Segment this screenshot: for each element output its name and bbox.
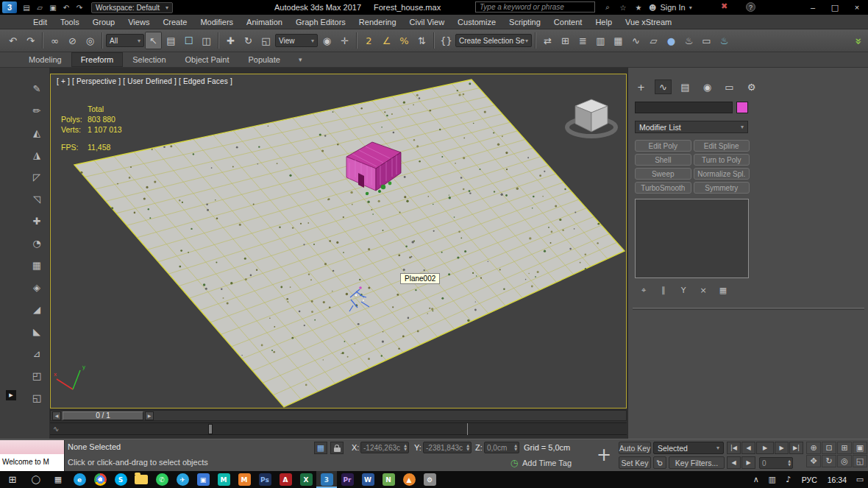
tray-volume-icon[interactable]: ♪ [780,471,797,488]
motion-tab[interactable]: ◉ [699,79,716,94]
pin-stack-icon[interactable]: ⌖ [637,284,650,296]
viewport-label[interactable]: [ + ] [ Perspective ] [ User Defined ] [… [57,77,232,85]
taskbar-3dsmax-icon[interactable]: 3 [316,471,337,488]
solve-surface-icon[interactable]: ◣ [28,322,46,340]
taskbar-settings-icon[interactable]: ⚙ [419,471,440,488]
modifier-button-edit-spline[interactable]: Edit Spline [694,140,750,152]
select-object-icon[interactable]: ↖ [145,32,162,49]
taskbar-chrome-icon[interactable] [90,471,110,488]
key-mode-icon[interactable]: ♀ [653,456,666,469]
show-end-result-icon[interactable]: ∥ [657,284,670,296]
modifier-button-edit-poly[interactable]: Edit Poly [635,140,691,152]
z-coordinate-field[interactable]: ▲▼ [484,442,519,453]
taskbar-excel-icon[interactable]: X [296,471,316,488]
modifier-button-turn-to-poly[interactable]: Turn to Poly [694,154,750,166]
selection-filter-combo[interactable]: All▾ [106,34,144,47]
previous-frame-icon[interactable]: ◀ [741,442,755,454]
polydraw-icon[interactable]: ✎ [28,79,46,97]
percent-snap-icon[interactable]: % [396,32,413,49]
menu-create[interactable]: Create [156,15,193,29]
menu-customize[interactable]: Customize [451,15,502,29]
sign-in-button[interactable]: ☻ Sign In ▾ [649,0,692,15]
spinner-icon[interactable]: ▲▼ [788,459,791,467]
modifier-list-dropdown[interactable]: Modifier List ▾ [635,121,748,133]
taskbar-search-icon[interactable]: ◯ [25,471,47,488]
use-center-icon[interactable]: ◉ [319,32,335,49]
named-selection-combo[interactable]: Create Selection Se▾ [455,34,532,47]
track-bar[interactable]: ∿ [50,422,627,435]
display-tab[interactable]: ▭ [721,79,738,94]
select-manipulate-icon[interactable]: ✛ [336,32,353,49]
spinner-icon[interactable]: ▲▼ [466,444,469,451]
next-frame-icon[interactable]: ▶ [775,442,789,454]
y-coordinate-field[interactable]: ▲▼ [423,442,472,453]
shapes-icon[interactable]: ◮ [28,146,46,163]
reference-coordinate-combo[interactable]: View▾ [275,34,318,47]
x-coordinate-field[interactable]: ▲▼ [360,442,409,453]
conform-icon[interactable]: ◸ [28,168,46,185]
app-logo-icon[interactable]: 3 [2,1,17,13]
select-scale-icon[interactable]: ◱ [257,32,274,49]
object-color-swatch[interactable] [736,102,748,113]
object-name-field[interactable] [635,102,733,113]
menu-vue-xstream[interactable]: Vue xStream [619,15,678,29]
taskbar-mudbox-icon[interactable]: M [234,471,255,488]
listener-pane[interactable]: Welcome to M [0,454,64,471]
edit-named-selection-icon[interactable]: {} [438,32,455,49]
next-frame-arrow-icon[interactable]: ▶ [145,411,154,420]
drag-icon[interactable]: ⊿ [28,344,46,362]
fov-icon[interactable]: ◎ [837,455,852,467]
menu-graph-editors[interactable]: Graph Editors [289,15,352,29]
unlink-icon[interactable]: ⊘ [64,32,81,49]
x-coordinate-input[interactable] [361,444,404,452]
menu-tools[interactable]: Tools [54,15,86,29]
maximize-viewport-icon[interactable]: ◱ [853,455,867,467]
pinch-icon[interactable]: ◱ [28,389,46,406]
topology-icon[interactable]: ◈ [28,278,46,296]
go-to-start-icon[interactable]: |◀ [727,442,741,454]
taskbar-photos-icon[interactable]: ▣ [193,471,213,488]
mini-curve-editor-icon[interactable]: ∿ [53,425,59,433]
menu-edit[interactable]: Edit [26,15,54,29]
scene-explorer-icon[interactable]: ▥ [592,32,609,49]
action-center-icon[interactable]: ▭ [852,471,868,488]
current-frame-input[interactable] [760,459,788,467]
select-move-icon[interactable]: ✚ [222,32,239,49]
modifier-stack[interactable] [635,199,749,278]
pan-icon[interactable]: ✥ [806,455,821,467]
help-icon[interactable]: ? [746,2,755,12]
play-icon[interactable]: ▶ [756,442,774,454]
menu-civil-view[interactable]: Civil View [403,15,451,29]
modify-tab[interactable]: ∿ [655,79,672,94]
previous-frame-arrow-icon[interactable]: ◀ [52,411,61,420]
zoom-region-icon[interactable]: ⊡ [822,442,836,454]
new-scene-icon[interactable]: ▤ [21,1,32,13]
tab-object-paint[interactable]: Object Paint [176,52,239,67]
undo-icon[interactable]: ↶ [60,1,72,13]
perspective-viewport[interactable]: x y [ + ] [ Perspective ] [ User Defined… [50,74,627,409]
orbit-icon[interactable]: ↻ [822,455,836,467]
community-star-icon[interactable]: ★ [633,1,644,13]
go-to-end-icon[interactable]: ▶| [789,442,803,454]
modifier-button-turbosmooth[interactable]: TurboSmooth [635,182,691,194]
maximize-button[interactable]: □ [824,0,846,15]
spinner-icon[interactable]: ▲▼ [514,444,517,451]
selection-lock-toggle[interactable] [330,442,344,454]
bind-spacewarp-icon[interactable]: ◎ [82,32,99,49]
remove-modifier-icon[interactable]: × [697,284,710,296]
menu-group[interactable]: Group [86,15,122,29]
zoom-extents-all-icon[interactable]: ▣ [853,442,867,454]
redo-icon[interactable]: ↷ [74,1,85,13]
undo-icon[interactable]: ↶ [4,32,21,49]
material-editor-icon[interactable]: ● [663,32,680,49]
taskbar-telegram-icon[interactable]: ✈ [172,471,193,488]
rendered-frame-icon[interactable]: ▭ [698,32,715,49]
maxscript-mini-listener[interactable]: Welcome to M [0,440,65,471]
schematic-view-icon[interactable]: ▱ [645,32,662,49]
keyword-search-icon[interactable]: ⌕ [602,1,613,13]
select-link-icon[interactable]: ∞ [46,32,63,49]
tab-selection[interactable]: Selection [123,52,175,67]
modifier-button-sweep[interactable]: Sweep [635,168,691,180]
ribbon-minimize-caret-icon[interactable]: ▾ [299,56,302,63]
taskbar-vlc-icon[interactable]: ▲ [399,471,419,488]
